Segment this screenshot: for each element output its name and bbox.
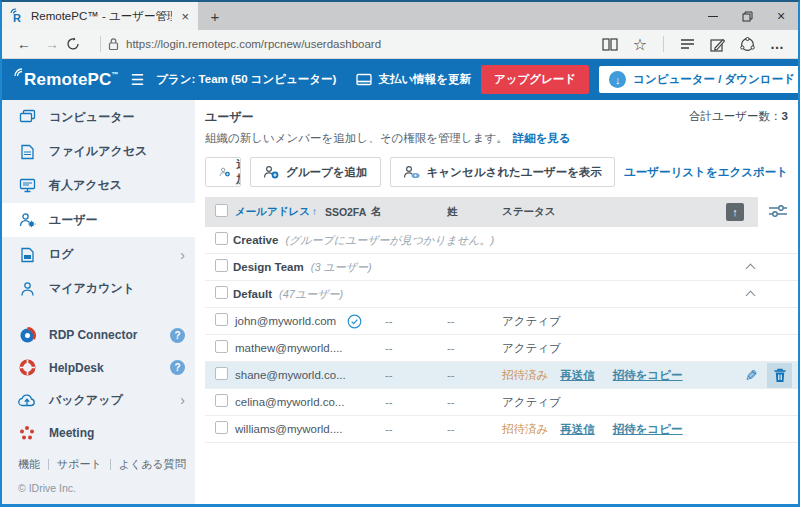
upgrade-button[interactable]: アップグレード: [481, 65, 589, 94]
resend-invite-link[interactable]: 再送信: [560, 422, 595, 437]
new-tab-button[interactable]: +: [198, 2, 232, 30]
user-row[interactable]: mathew@myworld.... -- -- アクティブ: [205, 335, 798, 362]
sidebar-item-backup[interactable]: バックアップ ›: [2, 384, 195, 416]
footer-link-faq[interactable]: よくある質問: [111, 457, 194, 472]
refresh-icon[interactable]: [66, 37, 94, 51]
resend-invite-link[interactable]: 再送信: [560, 368, 595, 383]
hub-icon[interactable]: [674, 32, 700, 56]
copy-invite-link[interactable]: 招待をコピー: [613, 368, 683, 383]
divider: [100, 36, 101, 52]
sidebar-item-file-access[interactable]: ファイルアクセス: [2, 134, 195, 168]
sidebar-item-computers[interactable]: コンピューター: [2, 100, 195, 134]
close-window-button[interactable]: ×: [764, 2, 798, 30]
user-email: shane@myworld.co...: [235, 369, 325, 381]
collapse-chevron-icon[interactable]: [746, 264, 756, 274]
favorites-star-icon[interactable]: ☆: [627, 32, 653, 56]
user-first-name: --: [371, 342, 447, 354]
user-row[interactable]: john@myworld.com -- -- アクティブ: [205, 308, 798, 335]
share-icon[interactable]: [734, 32, 760, 56]
add-group-button[interactable]: グループを追加: [250, 157, 381, 187]
footer-link-features[interactable]: 機能: [18, 457, 48, 472]
sidebar-item-my-account[interactable]: マイアカウント: [2, 272, 195, 306]
hamburger-menu-icon[interactable]: ☰: [129, 71, 146, 89]
row-checkbox[interactable]: [215, 340, 228, 353]
import-users-button[interactable]: ↑: [726, 203, 744, 221]
sidebar-item-meeting[interactable]: Meeting: [2, 417, 195, 449]
help-icon[interactable]: ?: [170, 328, 185, 343]
group-row-design-team[interactable]: Design Team (3 ユーザー): [205, 254, 798, 281]
row-checkbox[interactable]: [215, 286, 228, 299]
more-options-icon[interactable]: …: [764, 32, 790, 56]
address-bar-actions: ☆ …: [597, 32, 790, 56]
url-field[interactable]: https://login.remotepc.com/rpcnew/userda…: [107, 37, 597, 51]
column-sso[interactable]: SSO: [325, 206, 347, 218]
back-icon[interactable]: ←: [10, 36, 38, 52]
forward-icon[interactable]: →: [38, 36, 66, 52]
row-checkbox[interactable]: [215, 394, 228, 407]
user-first-name: --: [371, 396, 447, 408]
reading-view-icon[interactable]: [597, 32, 623, 56]
row-checkbox[interactable]: [215, 313, 228, 326]
group-name: Default: [233, 288, 272, 300]
status-active: アクティブ: [502, 395, 561, 410]
svg-text:R: R: [13, 12, 21, 24]
signal-wave-icon: [14, 68, 23, 77]
filter-sliders-icon[interactable]: [768, 203, 788, 219]
footer-link-support[interactable]: サポート: [49, 457, 110, 472]
sidebar-item-users[interactable]: ユーザー: [2, 203, 195, 237]
delete-user-icon[interactable]: [767, 363, 792, 388]
row-checkbox[interactable]: [215, 367, 228, 380]
total-users-count: 3: [782, 110, 788, 122]
user-first-name: --: [371, 315, 447, 327]
copy-invite-link[interactable]: 招待をコピー: [613, 422, 683, 437]
helpdesk-icon: [18, 359, 36, 376]
sidebar-item-attended-access[interactable]: 有人アクセス: [2, 169, 195, 203]
user-row[interactable]: celina@myworld.co... -- -- アクティブ: [205, 389, 798, 416]
backup-cloud-icon: [18, 393, 36, 407]
row-checkbox[interactable]: [215, 421, 228, 434]
user-row-selected[interactable]: shane@myworld.co... -- -- 招待済み 再送信 招待をコピ…: [205, 362, 798, 389]
sidebar-item-helpdesk[interactable]: HelpDesk ?: [2, 352, 195, 384]
add-user-icon: [219, 165, 230, 179]
user-email: williams@myworld....: [235, 423, 325, 435]
brand-text: RemotePC: [24, 70, 112, 90]
details-link[interactable]: 詳細を見る: [513, 132, 571, 144]
restore-button[interactable]: [730, 2, 764, 30]
status-active: アクティブ: [502, 341, 561, 356]
column-last-name[interactable]: 姓: [447, 205, 502, 219]
row-checkbox[interactable]: [215, 259, 228, 272]
sidebar-item-rdp-connector[interactable]: RDP Connector ?: [2, 319, 195, 351]
sidebar: コンピューター ファイルアクセス 有人アクセス ユーザー: [2, 100, 195, 504]
select-all-checkbox[interactable]: [215, 204, 228, 217]
help-icon[interactable]: ?: [170, 360, 185, 375]
add-computer-button[interactable]: ↓ コンピューター / ダウンロード を追加: [599, 66, 800, 93]
browser-tab-bar: R RemotePC™ - ユーザー管理 × + ×: [2, 2, 798, 30]
show-cancelled-users-button[interactable]: キャンセルされたユーザーを表示: [390, 157, 615, 187]
add-user-button[interactable]: 追加: [206, 158, 241, 186]
sidebar-item-logs[interactable]: ログ ›: [2, 237, 195, 271]
web-note-icon[interactable]: [704, 32, 730, 56]
users-icon: [18, 212, 36, 228]
column-email[interactable]: メールアドレス↑: [235, 205, 325, 219]
group-name: Creative: [233, 234, 278, 246]
user-first-name: --: [371, 423, 447, 435]
attended-access-icon: [18, 178, 36, 193]
group-row-default[interactable]: Default (47ユーザー): [205, 281, 798, 308]
update-payment-link[interactable]: 支払い情報を更新: [356, 72, 471, 87]
user-row[interactable]: williams@myworld.... -- -- 招待済み 再送信 招待をコ…: [205, 416, 798, 443]
group-row-creative[interactable]: Creative (グループにユーザーが見つかりません。): [205, 227, 798, 254]
edit-user-icon[interactable]: ✎: [745, 367, 758, 385]
minimize-button[interactable]: [696, 2, 730, 30]
browser-tab[interactable]: R RemotePC™ - ユーザー管理 ×: [2, 2, 198, 30]
page-title: ユーザー: [205, 109, 571, 126]
column-first-name[interactable]: 名: [371, 205, 447, 219]
row-checkbox[interactable]: [215, 232, 228, 245]
tab-close-icon[interactable]: ×: [178, 9, 192, 24]
add-group-icon: [263, 165, 279, 179]
export-user-list-link[interactable]: ユーザーリストをエクスポート: [624, 165, 788, 180]
user-last-name: --: [447, 369, 502, 381]
column-2fa[interactable]: 2FA: [347, 206, 371, 218]
collapse-chevron-icon[interactable]: [746, 291, 756, 301]
column-status[interactable]: ステータス: [502, 205, 758, 219]
group-note: (グループにユーザーが見つかりません。): [285, 233, 494, 248]
